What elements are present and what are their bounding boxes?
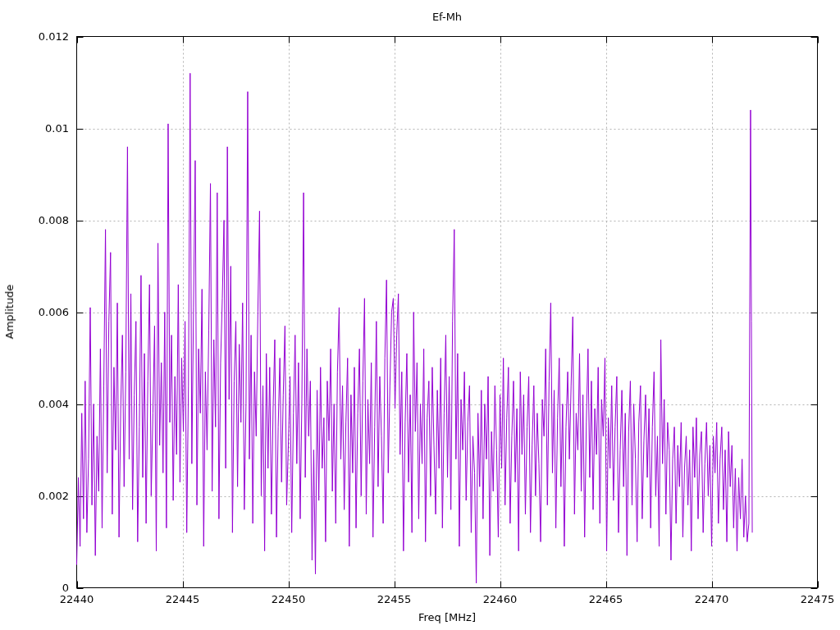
x-tick-label-22450: 22450 bbox=[272, 593, 305, 606]
y-tick-label-0.012: 0.012 bbox=[0, 30, 69, 43]
chart-title: Ef-Mh bbox=[76, 11, 818, 24]
y-tick-label-0.008: 0.008 bbox=[0, 214, 69, 227]
x-axis-label: Freq [MHz] bbox=[76, 611, 818, 624]
y-tick-label-0.004: 0.004 bbox=[0, 398, 69, 411]
x-tick-label-22460: 22460 bbox=[483, 593, 517, 606]
x-tick-label-22475: 22475 bbox=[801, 593, 834, 606]
gnuplot-chart: Ef-Mh Freq [MHz] Amplitude 2244022445224… bbox=[0, 0, 840, 630]
x-tick-label-22440: 22440 bbox=[60, 593, 94, 606]
y-tick-label-0.01: 0.01 bbox=[0, 122, 69, 135]
y-tick-label-0.006: 0.006 bbox=[0, 306, 69, 319]
plot-area bbox=[0, 0, 840, 630]
y-tick-label-0.002: 0.002 bbox=[0, 490, 69, 503]
y-tick-label-0: 0 bbox=[0, 582, 69, 595]
x-tick-label-22470: 22470 bbox=[695, 593, 728, 606]
x-tick-label-22465: 22465 bbox=[589, 593, 623, 606]
x-tick-label-22445: 22445 bbox=[166, 593, 199, 606]
x-tick-label-22455: 22455 bbox=[377, 593, 411, 606]
